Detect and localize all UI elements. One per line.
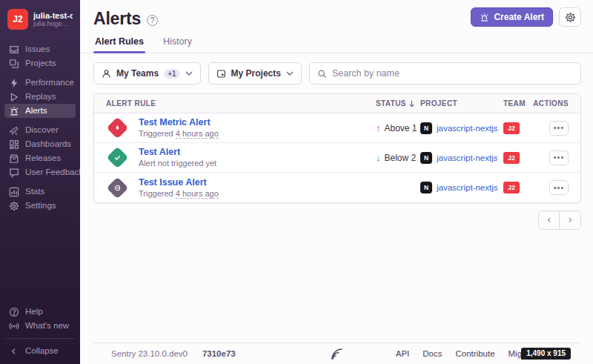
page-title: Alerts [93, 9, 141, 29]
column-header-actions: Actions [534, 99, 569, 107]
relative-time[interactable]: 4 hours ago [176, 129, 219, 139]
org-name: julia-test-org-2 … [33, 11, 73, 20]
help-icon [9, 307, 19, 317]
gear-icon [565, 12, 576, 23]
resolution-overlay-badge: 1,490 x 915 [521, 348, 571, 360]
team-badge[interactable]: J2 [503, 182, 520, 193]
relative-time[interactable]: 4 hours ago [176, 189, 219, 199]
build-hash[interactable]: 7310e73 [202, 349, 236, 358]
projects-filter-dropdown[interactable]: My Projects [208, 62, 302, 85]
alert-rules-table: Alert Rule Status Project Team Actions T… [93, 93, 581, 203]
collapse-chevron-icon [9, 346, 19, 357]
chevron-down-icon [185, 71, 193, 76]
whats-new-icon [9, 321, 19, 331]
sentry-version: Sentry 23.10.0.dev0 [111, 349, 188, 358]
arrow-up-icon: ↑ [376, 122, 381, 133]
sidebar-item-dashboards[interactable]: Dashboards [4, 137, 76, 151]
search-box [309, 62, 581, 85]
arrow-down-icon: ↓ [376, 152, 381, 163]
dashboards-icon [9, 139, 19, 150]
create-alert-button[interactable]: Create Alert [471, 7, 553, 27]
tab-alert-rules[interactable]: Alert Rules [93, 36, 145, 53]
sidebar-item-user-feedback[interactable]: User Feedback [4, 165, 76, 179]
ellipsis-icon: ••• [554, 153, 565, 162]
org-avatar: J2 [7, 9, 28, 30]
discover-icon [9, 125, 19, 136]
alert-rule-link[interactable]: Test Issue Alert [139, 177, 219, 188]
chevron-down-icon [286, 71, 294, 76]
sidebar-collapse-button[interactable]: Collapse [4, 344, 76, 358]
footer-link-contribute[interactable]: Contribute [455, 349, 494, 358]
alert-rule-row: Test Issue Alert Triggered 4 hours ago N… [94, 173, 580, 202]
tab-history[interactable]: History [162, 36, 193, 53]
person-icon [102, 69, 111, 79]
sidebar-item-whats-new[interactable]: What's new [4, 319, 76, 333]
releases-icon [9, 153, 19, 164]
tab-bar: Alert Rules History [80, 36, 593, 53]
row-actions-button[interactable]: ••• [549, 180, 569, 195]
user-feedback-icon [9, 168, 19, 178]
org-switcher[interactable]: J2 julia-test-org-2 … julia.hoge@sentry.… [0, 6, 80, 37]
sentry-logo-icon [330, 347, 345, 360]
main-content: Alerts ? Create Alert Alert Rules Histor… [80, 0, 593, 364]
footer-link-api[interactable]: API [396, 349, 410, 358]
column-header-alert-rule: Alert Rule [106, 99, 376, 107]
nextjs-project-icon: N [420, 122, 432, 134]
sidebar-item-discover[interactable]: Discover [4, 123, 76, 137]
sidebar-item-projects[interactable]: Projects [4, 56, 76, 70]
stats-icon [9, 187, 19, 197]
alert-rule-row: Test Metric Alert Triggered 4 hours ago … [94, 113, 580, 143]
sidebar-item-settings[interactable]: Settings [4, 199, 76, 213]
project-icon [216, 69, 226, 79]
column-header-status[interactable]: Status [376, 99, 420, 107]
org-email: julia.hoge@sentry.io [33, 20, 73, 27]
siren-icon [480, 13, 489, 22]
alerts-settings-gear-button[interactable] [559, 7, 581, 27]
sidebar: J2 julia-test-org-2 … julia.hoge@sentry.… [0, 0, 80, 364]
alert-rule-row: Test Alert Alert not triggered yet ↓ Bel… [94, 143, 580, 173]
team-badge[interactable]: J2 [503, 152, 520, 164]
issue-alert-icon [106, 176, 128, 199]
teams-extra-count-badge: +1 [164, 69, 179, 79]
projects-icon [9, 59, 19, 69]
sort-arrow-down-icon [408, 100, 415, 107]
row-actions-button[interactable]: ••• [549, 121, 569, 136]
search-icon [317, 69, 327, 79]
page-header: Alerts ? Create Alert [80, 0, 593, 29]
sidebar-item-releases[interactable]: Releases [4, 151, 76, 165]
alerts-siren-icon [9, 106, 19, 116]
ellipsis-icon: ••• [554, 124, 565, 132]
sidebar-item-alerts[interactable]: Alerts [4, 104, 76, 118]
table-header-row: Alert Rule Status Project Team Actions [94, 94, 580, 113]
pagination-next-button[interactable] [560, 211, 580, 229]
alert-rule-link[interactable]: Test Metric Alert [139, 117, 219, 128]
project-link[interactable]: javascript-nextjs [437, 183, 497, 192]
project-link[interactable]: javascript-nextjs [437, 124, 497, 133]
replays-icon [9, 92, 19, 102]
teams-filter-dropdown[interactable]: My Teams +1 [93, 62, 201, 85]
footer-link-docs[interactable]: Docs [423, 349, 442, 358]
sidebar-item-help[interactable]: Help [4, 305, 76, 319]
performance-icon [9, 78, 19, 88]
column-header-project: Project [420, 99, 503, 107]
title-help-icon[interactable]: ? [147, 15, 158, 26]
nextjs-project-icon: N [420, 182, 432, 193]
metric-alert-critical-icon [106, 117, 128, 139]
column-header-team: Team [503, 99, 534, 107]
row-actions-button[interactable]: ••• [549, 150, 569, 165]
sidebar-item-performance[interactable]: Performance [4, 76, 76, 90]
pagination-previous-button[interactable] [539, 211, 560, 229]
nextjs-project-icon: N [420, 152, 432, 164]
search-input[interactable] [332, 68, 573, 79]
alert-rule-link[interactable]: Test Alert [139, 147, 216, 158]
alert-ok-icon [106, 147, 128, 169]
ellipsis-icon: ••• [554, 184, 565, 192]
sidebar-item-replays[interactable]: Replays [4, 90, 76, 104]
issues-icon [9, 44, 19, 55]
sidebar-item-stats[interactable]: Stats [4, 185, 76, 199]
project-link[interactable]: javascript-nextjs [437, 153, 497, 162]
sidebar-item-issues[interactable]: Issues [4, 42, 76, 56]
pagination [93, 211, 581, 230]
settings-gear-icon [9, 201, 19, 211]
team-badge[interactable]: J2 [503, 122, 520, 134]
